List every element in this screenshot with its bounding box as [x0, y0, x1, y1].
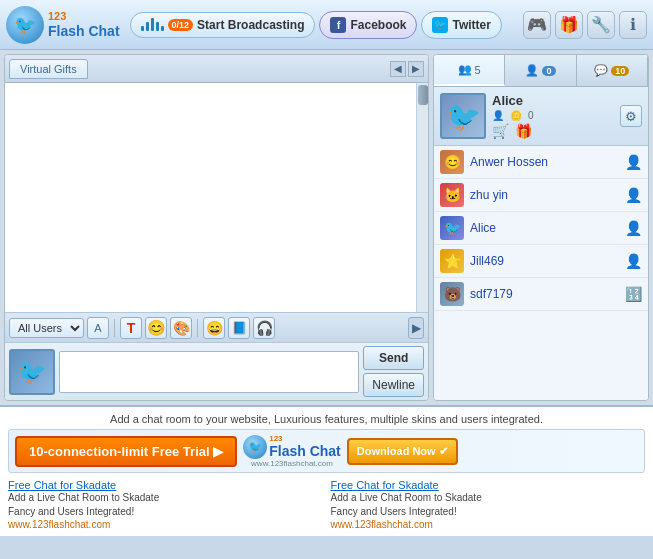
header-icon-group: 🎮 🎁 🔧 ℹ [523, 11, 647, 39]
cart-icon[interactable]: 🛒 [492, 123, 509, 139]
tab-middle[interactable]: 👤 0 [505, 55, 576, 86]
bottom-ad-section: Add a chat room to your website, Luxurio… [0, 405, 653, 536]
list-item[interactable]: 😊 Anwer Hossen 👤 [434, 146, 648, 179]
ad-logo-url: www.123flashchat.com [251, 459, 333, 468]
broadcast-button[interactable]: 0/12 Start Broadcasting [130, 12, 316, 38]
list-item[interactable]: ⭐ Jill469 👤 [434, 245, 648, 278]
download-button[interactable]: Download Now ✔ [347, 438, 458, 465]
users-tab-count: 5 [475, 64, 481, 76]
toolbar-divider-2 [197, 319, 198, 337]
user-avatar-anwer: 😊 [440, 150, 464, 174]
ad-link-1-title[interactable]: Free Chat for Skadate [8, 479, 323, 491]
user-name-alice2: Alice [470, 221, 619, 235]
user-action-anwer[interactable]: 👤 [625, 154, 642, 170]
list-item[interactable]: 🐦 Alice 👤 [434, 212, 648, 245]
featured-user-actions-row: 🛒 🎁 [492, 123, 614, 139]
broadcast-badge: 0/12 [168, 19, 194, 31]
virtual-gifts-tab[interactable]: Virtual Gifts [9, 59, 88, 79]
twitter-icon: 🐦 [432, 17, 448, 33]
recipients-select[interactable]: All Users [9, 318, 84, 338]
chat-tab-badge: 10 [611, 66, 629, 76]
emoji-btn[interactable]: 😊 [145, 317, 167, 339]
color-btn[interactable]: 🎨 [170, 317, 192, 339]
font-size-btn[interactable]: A [87, 317, 109, 339]
user-avatar-alice2: 🐦 [440, 216, 464, 240]
user-avatar-sdf: 🐻 [440, 282, 464, 306]
list-item[interactable]: 🐱 zhu yin 👤 [434, 179, 648, 212]
featured-actions: ⚙ [620, 105, 642, 127]
middle-tab-icon: 👤 [525, 64, 539, 77]
audio-btn[interactable]: 🎧 [253, 317, 275, 339]
featured-user-name: Alice [492, 93, 614, 108]
send-buttons: Send Newline [363, 346, 424, 397]
user-action-sdf[interactable]: 🔢 [625, 286, 642, 302]
trial-button[interactable]: 10-connection-limit Free Trial ▶ [15, 436, 237, 467]
settings-icon[interactable]: 🔧 [587, 11, 615, 39]
twitter-button[interactable]: 🐦 Twitter [421, 11, 501, 39]
twitter-label: Twitter [452, 18, 490, 32]
send-button[interactable]: Send [363, 346, 424, 370]
bold-text-btn[interactable]: T [120, 317, 142, 339]
featured-avatar-image: 🐦 [442, 95, 484, 137]
gift-icon[interactable]: 🎁 [555, 11, 583, 39]
info-icon[interactable]: ℹ [619, 11, 647, 39]
virtual-gifts-label: Virtual Gifts [20, 63, 77, 75]
list-item[interactable]: 🐻 sdf7179 🔢 [434, 278, 648, 311]
user-action-zhu[interactable]: 👤 [625, 187, 642, 203]
user-avatar-jill: ⭐ [440, 249, 464, 273]
ad-logo-num: 123 [269, 434, 341, 443]
user-name-jill: Jill469 [470, 254, 619, 268]
middle-tab-badge: 0 [542, 66, 555, 76]
tab-chat[interactable]: 💬 10 [577, 55, 648, 86]
my-avatar: 🐦 [9, 349, 55, 395]
download-label: Download Now [357, 445, 436, 457]
facebook-label: Facebook [350, 18, 406, 32]
tab-prev-arrow[interactable]: ◀ [390, 61, 406, 77]
ad-logo-icon: 🐦 [243, 435, 267, 459]
right-tabs: 👥 5 👤 0 💬 10 [434, 55, 648, 87]
newline-button[interactable]: Newline [363, 373, 424, 397]
message-input[interactable] [59, 351, 359, 393]
ad-link-2-title[interactable]: Free Chat for Skadate [331, 479, 646, 491]
stat1-icon: 🪙 [510, 110, 522, 121]
ad-link-2-sub: Add a Live Chat Room to SkadateFancy and… [331, 491, 646, 519]
featured-user-stats: 👤 🪙 0 [492, 110, 614, 121]
gift-action-icon[interactable]: 🎁 [515, 123, 532, 139]
featured-avatar: 🐦 [440, 93, 486, 139]
logo-text: 123 Flash Chat [48, 10, 120, 40]
gamepad-icon[interactable]: 🎮 [523, 11, 551, 39]
user-name-sdf: sdf7179 [470, 287, 619, 301]
featured-user-section: 🐦 Alice 👤 🪙 0 🛒 🎁 ⚙ [434, 87, 648, 146]
logo-chat: Flash Chat [48, 23, 120, 39]
logo-icon: 🐦 [6, 6, 44, 44]
tab-next-arrow[interactable]: ▶ [408, 61, 424, 77]
logo: 🐦 123 Flash Chat [6, 6, 120, 44]
left-panel: Virtual Gifts ◀ ▶ All Users A T 😊 🎨 😄 [4, 54, 429, 401]
my-avatar-image: 🐦 [11, 351, 53, 393]
tab-users[interactable]: 👥 5 [434, 55, 505, 86]
share-btn[interactable]: 📘 [228, 317, 250, 339]
ad-logo-chat: Flash Chat [269, 443, 341, 459]
emoticon-btn[interactable]: 😄 [203, 317, 225, 339]
chat-tab-icon: 💬 [594, 64, 608, 77]
ad-logo: 🐦 123 Flash Chat www.123flashchat.com [243, 434, 341, 468]
user-settings-btn[interactable]: ⚙ [620, 105, 642, 127]
user-action-jill[interactable]: 👤 [625, 253, 642, 269]
toolbar-divider-1 [114, 319, 115, 337]
user-action-alice2[interactable]: 👤 [625, 220, 642, 236]
user-list: 😊 Anwer Hossen 👤 🐱 zhu yin 👤 🐦 Alice 👤 [434, 146, 648, 400]
left-tab-bar: Virtual Gifts ◀ ▶ [5, 55, 428, 83]
tab-nav-arrows: ◀ ▶ [390, 61, 424, 77]
chat-toolbar: All Users A T 😊 🎨 😄 📘 🎧 ▶ [5, 312, 428, 342]
left-scrollbar[interactable] [416, 83, 428, 312]
facebook-icon: f [330, 17, 346, 33]
ad-link-1-sub: Add a Live Chat Room to SkadateFancy and… [8, 491, 323, 519]
broadcast-wave-icon [141, 18, 164, 31]
ad-link-2-url: www.123flashchat.com [331, 519, 646, 530]
toolbar-more-btn[interactable]: ▶ [408, 317, 424, 339]
scroll-thumb[interactable] [418, 85, 428, 105]
facebook-button[interactable]: f Facebook [319, 11, 417, 39]
users-tab-icon: 👥 [458, 63, 472, 76]
logo-number: 123 [48, 10, 66, 22]
profile-icon: 👤 [492, 110, 504, 121]
